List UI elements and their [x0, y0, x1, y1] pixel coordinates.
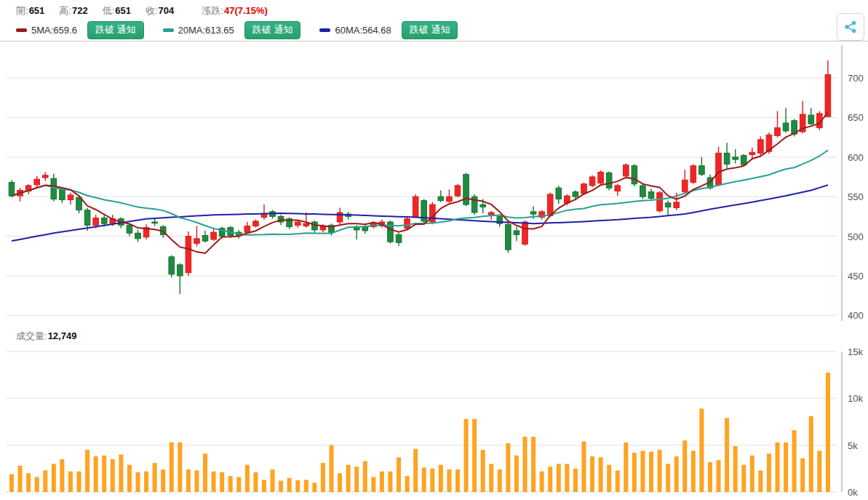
volume-header: 成交量:12,749 [16, 330, 76, 343]
price-tick-label: 400 [848, 310, 864, 321]
volume-chart[interactable]: 15k10k5k0k [0, 346, 868, 500]
low-label: 低: [103, 5, 115, 16]
ma20-legend-text: 20MA:613.65 [178, 25, 234, 36]
ma60-legend-text: 60MA:564.68 [335, 25, 391, 36]
price-tick-label: 450 [848, 271, 864, 282]
share-button[interactable] [837, 13, 864, 41]
volume-axis: 15k10k5k0k [842, 346, 863, 498]
ohlc-header: 開:651 高:722 低:651 收:704 漲跌:47(7.15%) [16, 4, 268, 17]
ma5-swatch [16, 28, 27, 32]
volume-tick-label: 10k [848, 393, 863, 404]
ma20-line [12, 150, 828, 234]
low-field: 低:651 [103, 4, 131, 17]
price-tick-label: 500 [848, 231, 864, 242]
price-tick-label: 650 [848, 112, 864, 123]
open-label: 開: [16, 5, 28, 16]
high-value: 722 [72, 5, 88, 16]
change-value: 47(7.15%) [224, 5, 268, 16]
change-label: 漲跌: [202, 5, 223, 16]
ma-legend-row: 5MA:659.6 跌破 通知 20MA:613.65 跌破 通知 60MA:5… [16, 21, 477, 39]
close-label: 收: [146, 5, 158, 16]
high-label: 高: [59, 5, 71, 16]
open-field: 開:651 [16, 4, 44, 17]
ma5-legend-text: 5MA:659.6 [31, 25, 77, 36]
change-field: 漲跌:47(7.15%) [202, 4, 268, 17]
volume-tick-label: 15k [848, 346, 863, 357]
volume-value: 12,749 [48, 330, 77, 341]
ma5-break-alert-button[interactable]: 跌破 通知 [87, 21, 144, 39]
volume-bars-layer [9, 373, 830, 492]
volume-tick-label: 0k [848, 487, 858, 498]
ma60-line [12, 185, 828, 241]
candles-layer [9, 60, 831, 294]
price-chart[interactable]: 700650600550500450400 [0, 41, 868, 324]
price-tick-label: 700 [848, 73, 864, 84]
price-gridlines [6, 78, 837, 315]
price-axis: 700650600550500450400 [842, 45, 864, 321]
ma20-swatch [163, 28, 174, 32]
ma60-break-alert-button[interactable]: 跌破 通知 [402, 21, 458, 39]
high-field: 高:722 [59, 4, 87, 17]
open-value: 651 [29, 5, 45, 16]
close-field: 收:704 [146, 4, 174, 17]
ma20-break-alert-button[interactable]: 跌破 通知 [244, 21, 301, 39]
close-value: 704 [159, 5, 175, 16]
share-icon [843, 20, 858, 34]
ma60-swatch [319, 28, 330, 32]
low-value: 651 [115, 5, 131, 16]
volume-label: 成交量: [16, 330, 47, 341]
volume-tick-label: 5k [848, 440, 858, 451]
stock-chart-page: 開:651 高:722 低:651 收:704 漲跌:47(7.15%) 5MA… [0, 0, 868, 500]
ma5-line [12, 112, 828, 253]
price-tick-label: 600 [848, 152, 864, 163]
ma-lines-layer [12, 112, 828, 253]
price-tick-label: 550 [848, 191, 864, 202]
